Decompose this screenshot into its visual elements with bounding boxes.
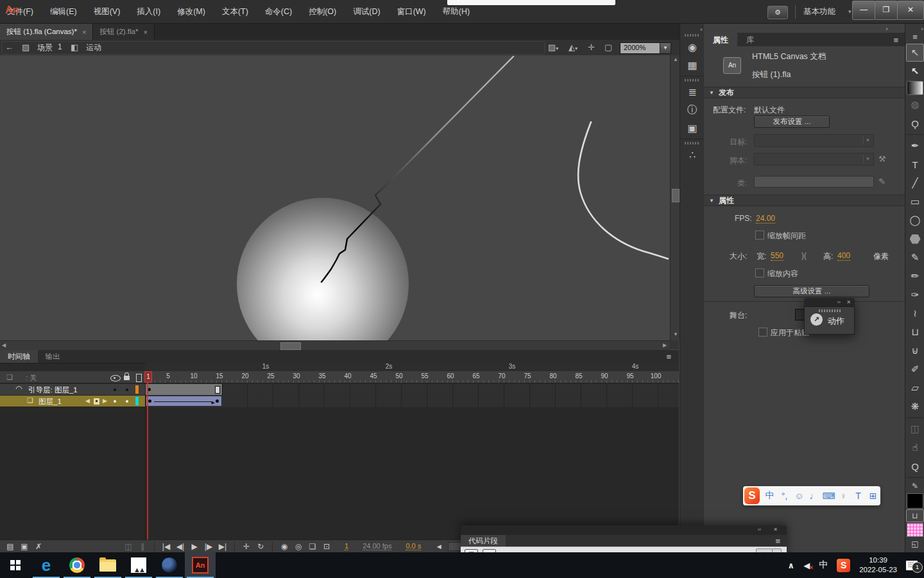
onion-skin-outlines-button[interactable]: ◎ bbox=[293, 542, 304, 551]
dock-grip[interactable] bbox=[685, 34, 700, 37]
menu-item-7[interactable]: 控制(O) bbox=[302, 4, 343, 19]
onion-skin-button[interactable]: ◉ bbox=[279, 542, 289, 551]
line-tool[interactable]: ╱ bbox=[906, 174, 924, 192]
dock-grip[interactable] bbox=[685, 79, 700, 82]
lock-all-icon[interactable] bbox=[124, 376, 130, 380]
ime-skin-icon[interactable]: Т bbox=[851, 491, 866, 501]
tab-properties[interactable]: 属性 bbox=[704, 33, 737, 46]
back-arrow-icon[interactable]: ← bbox=[5, 42, 13, 52]
scene-number[interactable]: 1 bbox=[58, 42, 62, 51]
advanced-settings-button[interactable]: 高级设置 ... bbox=[754, 285, 869, 297]
tools-menu-icon[interactable]: ≡ bbox=[905, 33, 924, 43]
sogou-logo-icon[interactable]: S bbox=[744, 487, 760, 504]
stroke-color-pencil-icon[interactable]: ✎ bbox=[906, 480, 924, 493]
ime-voice-icon[interactable]: ♩ bbox=[807, 491, 821, 501]
sogou-tray-icon[interactable]: S bbox=[837, 559, 850, 572]
layer-visibility-dot[interactable] bbox=[114, 389, 116, 391]
lasso-tool[interactable]: Ϙ bbox=[906, 114, 924, 132]
menu-item-9[interactable]: 窗口(W) bbox=[390, 4, 433, 19]
new-folder-button[interactable]: ▣ bbox=[19, 542, 30, 551]
menu-item-4[interactable]: 修改(M) bbox=[170, 4, 212, 19]
asset-warp-tool[interactable]: ❋ bbox=[906, 398, 924, 416]
popup-close-icon[interactable]: ✕ bbox=[846, 299, 851, 305]
horizontal-scroll-thumb[interactable] bbox=[280, 342, 301, 350]
timeline-frames-grid[interactable]: ▶ bbox=[145, 384, 679, 407]
ime-emoji-icon[interactable]: ☺ bbox=[792, 491, 807, 501]
stage-canvas[interactable] bbox=[0, 55, 670, 340]
panel-menu-icon[interactable]: ≡ bbox=[775, 536, 780, 546]
taskbar-chrome[interactable] bbox=[62, 552, 92, 578]
document-tab-0[interactable]: 按钮 (1).fla (Canvas)* × bbox=[0, 24, 93, 40]
menu-item-5[interactable]: 文本(T) bbox=[215, 4, 255, 19]
attributes-section-header[interactable]: ▼ 属性 bbox=[704, 195, 905, 206]
ime-account-icon[interactable]: ♀ bbox=[836, 491, 851, 501]
color-panel-icon[interactable]: ◉ bbox=[680, 38, 705, 56]
menu-item-2[interactable]: 视图(V) bbox=[87, 4, 128, 19]
scroll-up-arrow[interactable]: ▲ bbox=[673, 57, 678, 62]
popup-collapse-icon[interactable]: ›› bbox=[837, 299, 841, 305]
ime-punctuation-icon[interactable]: °, bbox=[777, 491, 792, 501]
swatches-panel-icon[interactable]: ▦ bbox=[680, 56, 705, 74]
panel-collapse-icon[interactable]: ‹‹ bbox=[758, 527, 761, 532]
ime-mode-chinese-icon[interactable]: 中 bbox=[762, 490, 777, 502]
stage-horizontal-scrollbar[interactable]: ◀ ▶ bbox=[0, 340, 670, 350]
tab-output[interactable]: 输出 bbox=[38, 350, 68, 363]
paint-brush-tool[interactable]: ✑ bbox=[906, 286, 924, 304]
taskbar-edge[interactable]: e bbox=[31, 552, 62, 578]
timeline-menu-icon[interactable]: ≡ bbox=[666, 352, 671, 362]
taskbar-animate[interactable]: An bbox=[185, 552, 216, 578]
scroll-down-arrow[interactable]: ▼ bbox=[673, 331, 678, 337]
scroll-right-arrow[interactable]: ▶ bbox=[663, 342, 667, 348]
ime-toolbox-icon[interactable]: ⊞ bbox=[866, 491, 880, 501]
tab-code-snippets[interactable]: 代码片段 bbox=[461, 535, 506, 547]
stage-zoom-dropdown[interactable]: ▼ bbox=[660, 42, 671, 54]
scene-label[interactable]: 场景 bbox=[37, 42, 53, 53]
menu-item-1[interactable]: 编辑(E) bbox=[43, 4, 84, 19]
center-frame-button[interactable]: ✛ bbox=[241, 542, 252, 551]
fill-color-bucket-icon[interactable]: ⊔ bbox=[906, 509, 924, 522]
info-panel-icon[interactable]: ⓘ bbox=[680, 101, 705, 119]
panel-close-icon[interactable]: ✕ bbox=[773, 527, 778, 532]
scale-content-checkbox[interactable] bbox=[755, 268, 764, 277]
elapsed-time-value[interactable]: 0.0 s bbox=[406, 542, 421, 550]
publish-settings-button[interactable]: 发布设置 ... bbox=[754, 116, 830, 128]
zoom-tool[interactable]: Q bbox=[906, 457, 924, 475]
taskbar-photos[interactable]: ▲▲ bbox=[123, 552, 154, 578]
play-button[interactable]: ▶ bbox=[189, 542, 200, 551]
panel-menu-icon[interactable]: ≡ bbox=[893, 35, 898, 45]
eyedropper-tool[interactable]: ✐ bbox=[906, 360, 924, 378]
show-hide-all-icon[interactable] bbox=[110, 375, 121, 381]
sync-settings-button[interactable]: ⚙ bbox=[767, 6, 788, 19]
actions-popup-header[interactable]: ›› ✕ bbox=[804, 298, 855, 306]
pen-tool[interactable]: ✒ bbox=[906, 137, 924, 155]
layer-lock-dot[interactable] bbox=[126, 400, 128, 403]
goto-last-frame-button[interactable]: ▶| bbox=[218, 542, 228, 551]
tween-marker-icon[interactable] bbox=[94, 398, 99, 405]
panel-collapse-icon[interactable]: ›› bbox=[886, 26, 887, 32]
stroke-color-swatch[interactable] bbox=[907, 493, 923, 509]
hand-tool[interactable]: ☝ bbox=[906, 439, 924, 457]
layer-name[interactable]: 图层_1 bbox=[38, 397, 62, 407]
ime-indicator[interactable]: 中 bbox=[819, 559, 828, 571]
tab-close-icon[interactable]: × bbox=[143, 28, 147, 36]
playhead-marker[interactable]: 1 bbox=[144, 371, 152, 383]
publish-section-header[interactable]: ▼ 发布 bbox=[704, 87, 905, 98]
show-hidden-icons-chevron[interactable]: ∧ bbox=[788, 561, 795, 570]
layer-name[interactable]: 引导层: 图层_1 bbox=[28, 385, 78, 395]
scale-spans-checkbox[interactable] bbox=[755, 231, 764, 240]
link-dimensions-icon[interactable]: )( bbox=[801, 251, 807, 260]
taskbar-clock[interactable]: 10:39 2022-05-23 bbox=[859, 556, 897, 575]
align-panel-icon[interactable]: ≣ bbox=[680, 83, 705, 101]
fps-value[interactable]: 24.00 bbox=[756, 214, 775, 223]
height-value[interactable]: 400 bbox=[837, 251, 850, 261]
edit-multiple-frames-button[interactable]: ❏ bbox=[307, 542, 318, 551]
loop-button[interactable]: ↻ bbox=[255, 542, 266, 551]
tab-close-icon[interactable]: × bbox=[82, 28, 86, 36]
playhead-line[interactable] bbox=[147, 383, 148, 539]
goto-first-frame-button[interactable]: |◀ bbox=[161, 542, 171, 551]
restore-button[interactable]: ❐ bbox=[875, 1, 898, 20]
frame-rate-value[interactable]: 24.00 fps bbox=[363, 542, 391, 550]
start-button[interactable] bbox=[0, 552, 31, 578]
vertical-scroll-thumb[interactable] bbox=[672, 189, 680, 202]
taskbar-explorer[interactable] bbox=[92, 552, 123, 578]
